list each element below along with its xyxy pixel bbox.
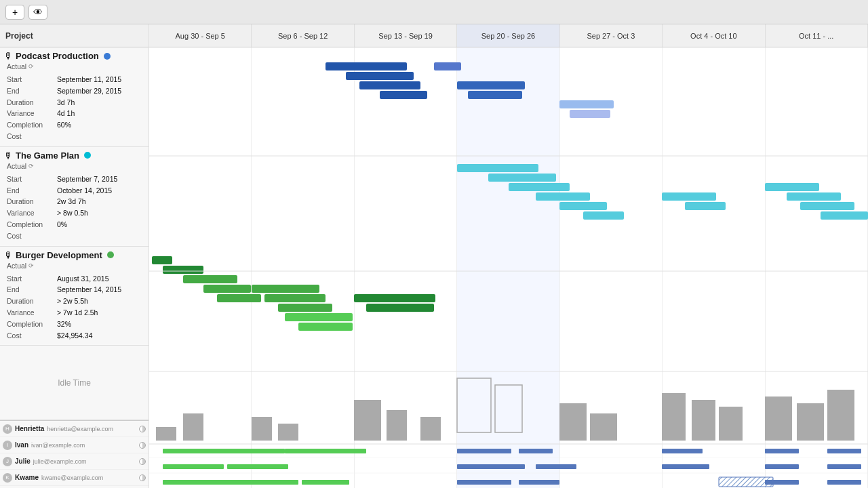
julie-pie [139, 458, 146, 465]
burger-bar-5 [217, 294, 261, 302]
podcast-actual-icon: ⟳ [28, 63, 34, 70]
julie-email: julie@example.com [33, 458, 87, 465]
podcast-title[interactable]: Podcast Production [16, 51, 99, 61]
gameplan-bar-12 [821, 211, 868, 220]
idle-bar-9 [590, 413, 617, 441]
podcast-duration-value: 3d 7h [57, 97, 75, 108]
view-button[interactable]: 👁 [28, 5, 47, 20]
idle-bar-8 [559, 403, 587, 441]
res-i-5 [662, 464, 709, 469]
burger-info: Start August 31, 2015 End September 14, … [0, 272, 149, 346]
res-i-4 [536, 464, 576, 469]
res-j-7 [827, 480, 861, 485]
res-h-5 [662, 449, 703, 453]
podcast-bar-6 [457, 81, 525, 89]
gameplan-bar-2 [488, 174, 556, 182]
idle-bar-13 [765, 396, 792, 441]
burger-start-value: August 31, 2015 [57, 273, 108, 285]
podcast-duration-row: Duration 3d 7h [7, 97, 144, 108]
res-i-2 [227, 464, 288, 469]
gameplan-actual-row: Actual ⟳ [0, 162, 149, 172]
burger-bar-6 [252, 285, 319, 293]
burger-bar-12 [366, 304, 434, 312]
burger-title[interactable]: Burger Development [16, 250, 102, 260]
podcast-bar-4 [380, 91, 427, 99]
project-gameplan: 🎙 The Game Plan Actual ⟳ Start September… [0, 147, 149, 247]
gameplan-completion-value: 0% [57, 219, 67, 230]
henrietta-pie [139, 426, 146, 432]
idle-outline-2 [495, 385, 522, 432]
gameplan-bar-8 [685, 202, 726, 210]
burger-end-row: End September 14, 2015 [7, 284, 144, 296]
gameplan-bar-4 [536, 192, 590, 201]
gameplan-title[interactable]: The Game Plan [16, 150, 79, 161]
idle-bar-14 [797, 403, 824, 441]
gameplan-bar-1 [457, 164, 538, 172]
res-h-6 [765, 449, 799, 453]
gameplan-bar-9 [765, 183, 819, 191]
kwame-name: Kwame [15, 474, 39, 481]
podcast-completion-label: Completion [7, 119, 54, 131]
col-header-5: Oct 4 - Oct 10 [663, 24, 765, 47]
burger-duration-label: Duration [7, 296, 54, 307]
podcast-end-value: September 29, 2015 [57, 85, 121, 97]
podcast-title-row: 🎙 Podcast Production [0, 47, 149, 62]
burger-start-label: Start [7, 273, 54, 285]
henrietta-avatar: H [3, 424, 12, 434]
gameplan-icon: 🎙 [4, 150, 13, 161]
podcast-bar-7 [468, 91, 522, 99]
gameplan-bar-10 [787, 192, 841, 201]
henrietta-name: Henrietta [15, 425, 44, 432]
res-h-7 [827, 449, 861, 453]
ivan-pie [139, 442, 146, 449]
gameplan-duration-value: 2w 3d 7h [57, 196, 86, 207]
resource-ivan: I Ivan ivan@example.com [0, 437, 149, 453]
henrietta-email: henrietta@example.com [47, 426, 113, 432]
podcast-bar-5 [434, 62, 461, 70]
gameplan-title-row: 🎙 The Game Plan [0, 147, 149, 162]
burger-variance-label: Variance [7, 307, 54, 319]
julie-avatar: J [3, 457, 12, 466]
idle-bar-2 [183, 413, 203, 441]
kwame-avatar: K [3, 473, 12, 483]
burger-completion-label: Completion [7, 319, 54, 330]
burger-bar-2 [163, 266, 203, 274]
idle-bar-4 [278, 424, 298, 441]
podcast-duration-label: Duration [7, 97, 54, 108]
podcast-bar-2 [346, 72, 414, 80]
podcast-dot [104, 53, 111, 60]
kwame-pie [139, 474, 146, 481]
resource-henrietta: H Henrietta henrietta@example.com [0, 421, 149, 437]
res-j-4 [519, 480, 559, 485]
gameplan-end-value: October 14, 2015 [57, 185, 112, 197]
podcast-bar-1 [326, 62, 407, 70]
podcast-actual-row: Actual ⟳ [0, 62, 149, 73]
res-j-1 [163, 480, 298, 485]
gameplan-start-label: Start [7, 174, 54, 185]
idle-outline-1 [457, 378, 491, 432]
gameplan-bar-11 [800, 202, 854, 210]
add-button[interactable]: + [5, 5, 24, 20]
burger-bar-1 [152, 256, 172, 264]
gameplan-end-row: End October 14, 2015 [7, 185, 144, 197]
res-j-3 [457, 480, 511, 485]
podcast-end-label: End [7, 85, 54, 97]
gantt-area: Aug 30 - Sep 5 Sep 6 - Sep 12 Sep 13 - S… [149, 24, 868, 488]
burger-bar-3 [183, 275, 237, 283]
left-panel: Project 🎙 Podcast Production Actual ⟳ St… [0, 24, 149, 488]
burger-actual-row: Actual ⟳ [0, 262, 149, 272]
res-i-6 [765, 464, 799, 469]
idle-bar-10 [662, 393, 686, 441]
podcast-start-row: Start September 11, 2015 [7, 74, 144, 85]
idle-bar-5 [354, 400, 381, 441]
resource-julie: J Julie julie@example.com [0, 453, 149, 470]
burger-end-value: September 14, 2015 [57, 284, 121, 296]
podcast-actual-label: Actual [7, 62, 26, 70]
idle-bar-1 [156, 427, 176, 441]
ivan-email: ivan@example.com [31, 442, 85, 449]
project-header-label: Project [5, 31, 33, 41]
podcast-completion-value: 60% [57, 119, 71, 131]
podcast-variance-label: Variance [7, 108, 54, 119]
podcast-end-row: End September 29, 2015 [7, 85, 144, 97]
res-h-4 [519, 449, 553, 453]
